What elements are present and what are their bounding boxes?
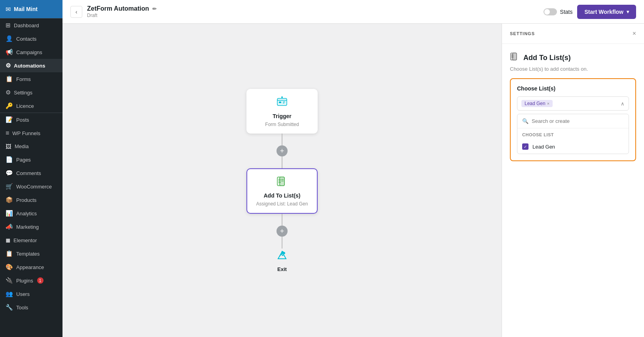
sidebar-item-wp-funnels[interactable]: ≡ WP Funnels: [0, 126, 63, 140]
add-to-list-desc: Choose List(s) to add contacts on.: [510, 66, 636, 72]
list-dropdown-trigger[interactable]: Lead Gen × ∧: [517, 96, 629, 111]
dropdown-chevron-icon: ∧: [621, 101, 625, 107]
sidebar-item-label: Tools: [16, 305, 28, 311]
add-to-list-heading: Add To List(s): [510, 52, 636, 64]
automation-title: ZetForm Automation ✏: [87, 5, 157, 12]
exit-node-label: Exit: [277, 266, 287, 272]
sidebar-item-settings[interactable]: ⚙ Settings: [0, 86, 63, 99]
sidebar-item-posts[interactable]: 📝 Posts: [0, 113, 63, 126]
products-icon: 📦: [6, 196, 13, 203]
add-icon-1: +: [280, 147, 284, 154]
sidebar-item-appearance[interactable]: 🎨 Appearance: [0, 260, 63, 274]
svg-rect-2: [279, 102, 281, 103]
svg-rect-8: [280, 177, 284, 186]
dashboard-icon: ⊞: [6, 22, 11, 29]
choose-list-label: Choose List(s): [517, 85, 629, 92]
pages-icon: 📄: [6, 156, 13, 163]
exit-node-icon: [276, 249, 288, 264]
sidebar: ✉ Mail Mint ⊞ Dashboard 👤 Contacts 📢 Cam…: [0, 0, 63, 337]
stats-toggle-switch[interactable]: [544, 8, 557, 15]
sidebar-item-analytics[interactable]: 📊 Analytics: [0, 207, 63, 220]
forms-icon: 📋: [6, 75, 13, 83]
trigger-node[interactable]: Trigger Form Submitted: [246, 89, 318, 134]
action-node[interactable]: Add To List(s) Assigned List: Lead Gen: [246, 168, 318, 214]
media-icon: 🖼: [6, 143, 11, 150]
sidebar-item-label: WooCommerce: [16, 184, 52, 190]
sidebar-item-label: Users: [16, 291, 30, 297]
stats-toggle[interactable]: Stats: [544, 8, 573, 15]
svg-point-5: [281, 96, 283, 98]
sidebar-item-label: Dashboard: [14, 23, 39, 28]
elementor-icon: ◼: [6, 237, 10, 244]
sidebar-item-templates[interactable]: 📋 Templates: [0, 247, 63, 260]
connector-4: [282, 237, 282, 249]
sidebar-item-label: Elementor: [13, 237, 37, 243]
licence-icon: 🔑: [6, 102, 13, 109]
sidebar-item-label: Posts: [16, 117, 29, 123]
sidebar-item-label: Appearance: [16, 264, 44, 270]
plugins-badge: 1: [37, 277, 44, 284]
wp-funnels-icon: ≡: [6, 130, 9, 137]
settings-header: SETTINGS ×: [502, 24, 644, 44]
svg-rect-17: [513, 53, 517, 60]
campaigns-icon: 📢: [6, 49, 13, 56]
settings-close-button[interactable]: ×: [633, 30, 636, 37]
tag-label: Lead Gen: [525, 101, 546, 106]
sidebar-item-contacts[interactable]: 👤 Contacts: [0, 32, 63, 45]
dropdown-item-lead-gen[interactable]: ✓ Lead Gen: [517, 139, 629, 154]
search-icon: 🔍: [522, 118, 528, 124]
sidebar-item-campaigns[interactable]: 📢 Campaigns: [0, 45, 63, 59]
sidebar-item-plugins[interactable]: 🔌 Plugins 1: [0, 274, 63, 287]
add-node-button-1[interactable]: +: [277, 145, 288, 156]
connector-2: [282, 156, 282, 168]
sidebar-item-products[interactable]: 📦 Products: [0, 193, 63, 207]
sidebar-logo[interactable]: ✉ Mail Mint: [0, 0, 63, 18]
plugins-icon: 🔌: [6, 277, 13, 284]
search-or-create-input[interactable]: [532, 118, 624, 124]
workflow-canvas: Trigger Form Submitted +: [63, 24, 502, 337]
tag-remove-button[interactable]: ×: [547, 101, 549, 106]
tools-icon: 🔧: [6, 304, 13, 311]
users-icon: 👥: [6, 290, 13, 297]
sidebar-item-forms[interactable]: 📋 Forms: [0, 72, 63, 86]
dropdown-search-area: 🔍: [517, 114, 629, 128]
tag-item-lead-gen[interactable]: Lead Gen ×: [521, 100, 553, 107]
list-dropdown-panel: 🔍 CHOOSE LIST ✓ Lead Gen: [517, 114, 629, 154]
sidebar-item-marketing[interactable]: 📣 Marketing: [0, 220, 63, 233]
sidebar-item-automations[interactable]: ⚙ Automations: [0, 59, 63, 72]
back-button[interactable]: ‹: [70, 6, 82, 18]
checkbox-lead-gen[interactable]: ✓: [522, 143, 528, 150]
sidebar-item-elementor[interactable]: ◼ Elementor: [0, 233, 63, 247]
mail-mint-icon: ✉: [6, 6, 11, 13]
sidebar-item-comments[interactable]: 💬 Comments: [0, 166, 63, 180]
sidebar-item-users[interactable]: 👥 Users: [0, 287, 63, 301]
sidebar-item-licence[interactable]: 🔑 Licence: [0, 99, 63, 113]
settings-panel: SETTINGS × Add To List(s): [502, 24, 644, 337]
contacts-icon: 👤: [6, 35, 13, 42]
sidebar-item-label: WP Funnels: [12, 130, 40, 136]
sidebar-item-media[interactable]: 🖼 Media: [0, 140, 63, 153]
sidebar-item-label: Licence: [16, 103, 34, 109]
start-workflow-chevron: ▾: [627, 9, 629, 15]
workflow-nodes: Trigger Form Submitted +: [246, 89, 318, 272]
exit-node[interactable]: Exit: [276, 249, 288, 272]
edit-icon[interactable]: ✏: [152, 6, 157, 12]
sidebar-item-label: Templates: [16, 251, 40, 257]
dropdown-item-label: Lead Gen: [532, 144, 555, 150]
sidebar-item-label: Comments: [16, 170, 41, 176]
sidebar-item-pages[interactable]: 📄 Pages: [0, 153, 63, 166]
comments-icon: 💬: [6, 169, 13, 177]
sidebar-item-woocommerce[interactable]: 🛒 WooCommerce: [0, 180, 63, 193]
sidebar-item-label: Media: [15, 143, 28, 149]
start-workflow-button[interactable]: Start Workflow ▾: [577, 5, 636, 19]
add-node-button-2[interactable]: +: [277, 226, 288, 237]
action-node-icon: [276, 175, 288, 190]
dropdown-section-title: CHOOSE LIST: [517, 128, 629, 139]
svg-rect-4: [283, 103, 284, 104]
add-to-list-title: Add To List(s): [523, 54, 571, 62]
sidebar-item-tools[interactable]: 🔧 Tools: [0, 301, 63, 314]
sidebar-item-dashboard[interactable]: ⊞ Dashboard: [0, 19, 63, 32]
sidebar-item-label: Marketing: [16, 224, 39, 230]
sidebar-item-label: Plugins: [16, 278, 33, 284]
action-node-subtitle: Assigned List: Lead Gen: [256, 201, 308, 207]
